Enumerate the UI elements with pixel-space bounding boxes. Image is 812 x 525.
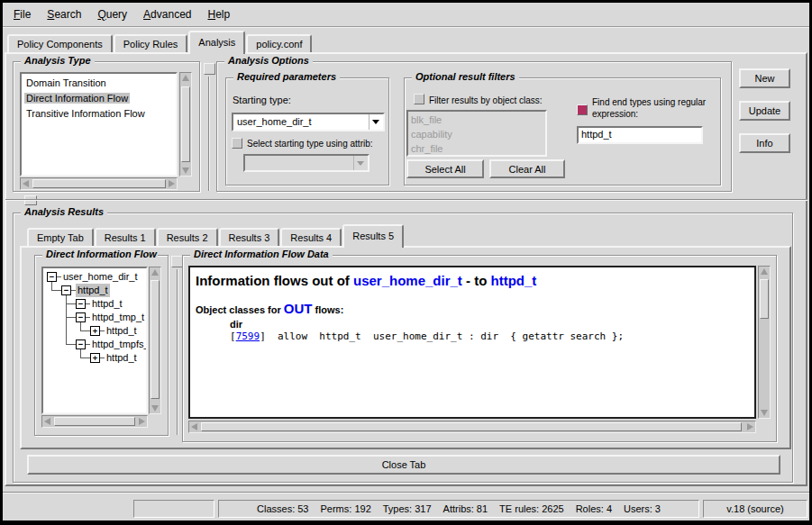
- analysis-type-option[interactable]: Transitive Information Flow: [22, 106, 176, 122]
- pane-sash-handle[interactable]: [204, 63, 215, 75]
- rule-number-link[interactable]: 7599: [236, 330, 260, 342]
- tree-collapse-icon[interactable]: −: [47, 272, 57, 282]
- analysis-type-hscroll[interactable]: [20, 177, 178, 190]
- regex-input[interactable]: httpd_t: [577, 126, 703, 144]
- results-tab-results-3[interactable]: Results 3: [219, 228, 280, 246]
- analysis-type-option[interactable]: Direct Information Flow: [22, 91, 176, 106]
- scroll-thumb[interactable]: [54, 417, 135, 426]
- scroll-left-icon[interactable]: [191, 423, 197, 430]
- tree-node-httpd_tmp_t[interactable]: httpd_tmp_t: [90, 311, 146, 324]
- scroll-thumb[interactable]: [32, 179, 166, 188]
- scroll-down-icon[interactable]: [182, 167, 189, 174]
- update-button[interactable]: Update: [739, 101, 790, 121]
- scroll-left-icon[interactable]: [23, 180, 29, 187]
- results-tab-results-1[interactable]: Results 1: [95, 228, 156, 246]
- scroll-thumb[interactable]: [760, 279, 769, 319]
- tree-expand-icon[interactable]: +: [90, 326, 100, 336]
- analysis-type-vscroll[interactable]: [179, 72, 192, 177]
- menu-item-search[interactable]: Search: [47, 8, 81, 21]
- tree-connector: [51, 282, 52, 290]
- scroll-thumb[interactable]: [201, 422, 742, 431]
- flow-tree-hscroll[interactable]: [41, 415, 148, 428]
- tab-policy-conf[interactable]: policy.conf: [246, 34, 312, 52]
- starting-type-label: Starting type:: [233, 95, 291, 105]
- pane-sash-line[interactable]: [208, 77, 210, 191]
- tree-data-sash-line[interactable]: [177, 269, 178, 435]
- object-class-checkbox[interactable]: [414, 94, 424, 104]
- regex-checkbox[interactable]: [577, 104, 588, 115]
- scroll-left-icon[interactable]: [44, 418, 50, 425]
- starting-type-combobox[interactable]: user_home_dir_t: [232, 113, 385, 131]
- scroll-down-icon[interactable]: [151, 405, 159, 412]
- analysis-type-option-label: Transitive Information Flow: [24, 108, 147, 119]
- menu-item-query[interactable]: Query: [97, 8, 127, 21]
- tree-collapse-icon[interactable]: −: [61, 285, 71, 295]
- tree-node-httpd_t[interactable]: httpd_t: [76, 284, 110, 297]
- tree-connector: [80, 330, 90, 331]
- scroll-thumb[interactable]: [181, 86, 190, 162]
- chevron-down-icon[interactable]: [369, 114, 383, 130]
- stat-users: Users: 3: [624, 503, 661, 514]
- tree-node-httpd_t[interactable]: httpd_t: [105, 324, 139, 338]
- tree-connector: [80, 349, 81, 358]
- tree-collapse-icon[interactable]: −: [76, 299, 86, 309]
- results-sash-line[interactable]: [5, 199, 807, 201]
- scroll-right-icon[interactable]: [747, 423, 753, 430]
- obj-line-prefix: Object classes for: [196, 304, 284, 315]
- menu-bar: FileSearchQueryAdvancedHelp: [3, 3, 809, 27]
- tree-connector: [66, 295, 67, 344]
- object-class-option: chr_file: [408, 141, 545, 156]
- tab-analysis[interactable]: Analysis: [188, 31, 245, 54]
- scroll-down-icon[interactable]: [761, 410, 768, 416]
- results-tab-results-5[interactable]: Results 5: [342, 224, 404, 248]
- object-class-listbox: blk_filecapabilitychr_file: [406, 110, 547, 157]
- flow-data-hscroll[interactable]: [188, 421, 756, 433]
- tab-policy-rules[interactable]: Policy Rules: [114, 34, 188, 52]
- tree-node-httpd_t[interactable]: httpd_t: [105, 351, 139, 365]
- flow-direction: OUT: [284, 301, 313, 316]
- menu-item-file[interactable]: File: [14, 8, 31, 21]
- scroll-up-icon[interactable]: [761, 268, 768, 275]
- menu-item-advanced[interactable]: Advanced: [143, 8, 191, 21]
- clear-all-button[interactable]: Clear All: [489, 159, 565, 178]
- scroll-up-icon[interactable]: [151, 269, 159, 276]
- flow-tree-title: Direct Information Flow 1: [42, 249, 158, 259]
- tree-collapse-icon[interactable]: −: [76, 339, 86, 349]
- scroll-right-icon[interactable]: [139, 418, 145, 425]
- info-button[interactable]: Info: [739, 133, 790, 153]
- tree-node-httpd_t[interactable]: httpd_t: [90, 297, 124, 311]
- analysis-type-option[interactable]: Domain Transition: [22, 76, 176, 91]
- status-version: v.18 (source): [703, 500, 807, 518]
- tab-policy-components[interactable]: Policy Components: [7, 34, 113, 52]
- attrib-checkbox[interactable]: [232, 138, 242, 149]
- tree-node-user_home_dir_t[interactable]: user_home_dir_t: [61, 270, 140, 284]
- regex-checkbox-label: Find end types using regular expression:: [592, 96, 724, 120]
- tree-expand-icon[interactable]: +: [90, 353, 100, 363]
- results-tab-results-2[interactable]: Results 2: [157, 228, 218, 246]
- stat-roles: Roles: 4: [576, 503, 612, 514]
- status-empty-box: [133, 500, 214, 518]
- scroll-thumb[interactable]: [151, 280, 160, 399]
- analysis-results-panel: Analysis Results Direct Information Flow…: [13, 213, 793, 483]
- tree-connector: [66, 344, 76, 345]
- flow-data-vscroll[interactable]: [758, 266, 771, 419]
- menu-item-help[interactable]: Help: [207, 8, 230, 21]
- flow-tree-vscroll[interactable]: [149, 267, 161, 414]
- scroll-right-icon[interactable]: [169, 180, 175, 187]
- new-button[interactable]: New: [739, 68, 790, 88]
- scroll-up-icon[interactable]: [182, 75, 189, 81]
- close-tab-button[interactable]: Close Tab: [27, 455, 780, 475]
- flow-tree-panel: Direct Information Flow 1 −user_home_dir…: [34, 255, 169, 436]
- rule-line: [7599] allow httpd_t user_home_dir_t : d…: [230, 330, 749, 342]
- tree-collapse-icon[interactable]: −: [76, 312, 86, 322]
- flow-data-textarea[interactable]: Information flows out of user_home_dir_t…: [188, 266, 756, 419]
- analysis-type-listbox[interactable]: Domain TransitionDirect Information Flow…: [20, 72, 178, 177]
- required-parameters-title: Required parameters: [233, 71, 340, 82]
- select-all-button[interactable]: Select All: [406, 159, 484, 178]
- chevron-down-icon: [353, 156, 368, 170]
- results-tab-empty-tab[interactable]: Empty Tab: [27, 228, 94, 246]
- results-tab-bar: Empty TabResults 1Results 2Results 3Resu…: [27, 228, 405, 248]
- results-tab-results-4[interactable]: Results 4: [280, 228, 342, 246]
- flow-tree[interactable]: −user_home_dir_t−httpd_t−httpd_t−httpd_t…: [41, 267, 148, 414]
- tree-node-httpd_tmpfs_t[interactable]: httpd_tmpfs_t: [90, 338, 148, 351]
